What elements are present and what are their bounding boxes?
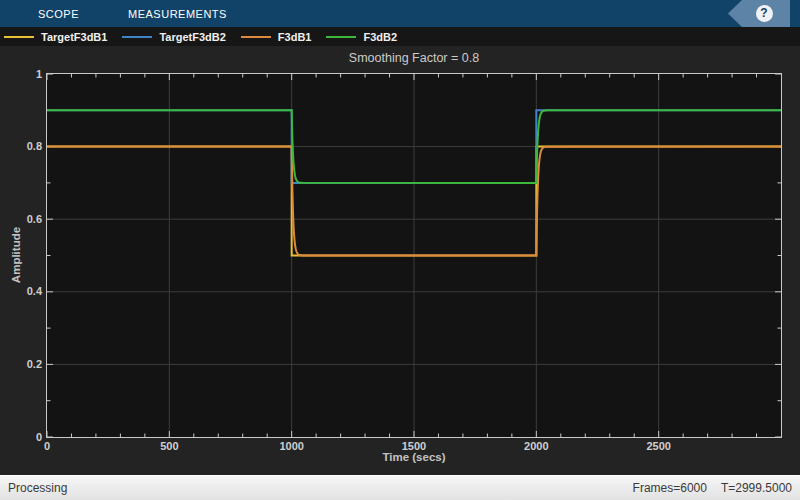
legend-item-F3dB1[interactable]: F3dB1 — [241, 31, 312, 43]
x-tick-label: 1000 — [262, 440, 322, 452]
y-axis-label: Amplitude — [10, 195, 24, 315]
y-tick-label: 1 — [0, 68, 42, 81]
help-icon[interactable]: ? — [756, 5, 773, 22]
legend-line-sample — [326, 36, 356, 38]
legend-item-label: TargetF3dB2 — [159, 31, 225, 43]
legend-item-TargetF3dB2[interactable]: TargetF3dB2 — [122, 31, 225, 43]
x-tick-label: 2500 — [629, 440, 689, 452]
legend: TargetF3dB1TargetF3dB2F3dB1F3dB2 — [0, 27, 800, 46]
tab-measurements[interactable]: MEASUREMENTS — [128, 8, 227, 20]
legend-item-label: F3dB1 — [278, 31, 312, 43]
legend-item-label: TargetF3dB1 — [41, 31, 107, 43]
figure-area: Smoothing Factor = 0.8 05001000150020002… — [0, 46, 800, 475]
plot-canvas[interactable] — [46, 73, 782, 438]
legend-item-F3dB2[interactable]: F3dB2 — [326, 31, 397, 43]
legend-line-sample — [122, 36, 152, 38]
y-tick-label: 0.2 — [0, 358, 42, 371]
chart-title: Smoothing Factor = 0.8 — [114, 51, 714, 65]
x-tick-label: 2000 — [506, 440, 566, 452]
status-frames: Frames=6000 — [633, 481, 707, 495]
y-tick-label: 0.8 — [0, 140, 42, 153]
legend-item-TargetF3dB1[interactable]: TargetF3dB1 — [4, 31, 107, 43]
legend-line-sample — [241, 36, 271, 38]
status-message: Processing — [8, 481, 67, 495]
y-tick-label: 0 — [0, 431, 42, 444]
legend-line-sample — [4, 36, 34, 38]
help-tag: ? — [728, 0, 790, 27]
x-tick-label: 500 — [139, 440, 199, 452]
legend-item-label: F3dB2 — [363, 31, 397, 43]
status-time: T=2999.5000 — [721, 481, 792, 495]
status-bar: Processing Frames=6000 T=2999.5000 — [0, 475, 800, 500]
tab-scope[interactable]: SCOPE — [38, 8, 79, 20]
toolstrip: SCOPE MEASUREMENTS ? — [0, 0, 800, 27]
x-axis-label: Time (secs) — [314, 451, 514, 463]
